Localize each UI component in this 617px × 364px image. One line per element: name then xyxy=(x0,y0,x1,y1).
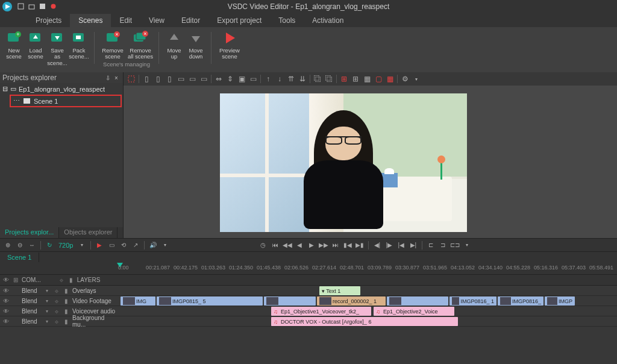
visibility-icon[interactable]: 👁 xyxy=(2,318,10,325)
dist-h-icon[interactable]: ⇔ xyxy=(213,74,224,84)
blend-mode[interactable]: Blend xyxy=(22,308,41,315)
chevron-down-icon[interactable]: ▾ xyxy=(43,298,51,304)
volume-drop-icon[interactable]: ▾ xyxy=(160,240,171,251)
menu-scenes[interactable]: Scenes xyxy=(70,14,111,27)
tab-projects-explorer[interactable]: Projects explor... xyxy=(0,227,59,238)
new-scene-button[interactable]: + New scene xyxy=(4,30,24,66)
visibility-icon[interactable]: 👁 xyxy=(2,308,10,315)
track-body[interactable]: ♫DOCTOR VOX - Outcast [Argofox]_ 6 xyxy=(118,316,617,326)
play-range-icon[interactable]: ▭ xyxy=(106,240,117,251)
menu-edit[interactable]: Edit xyxy=(111,14,140,27)
track-body[interactable]: IMGIMGP0815_ 5record_000002_ 1IMGP0816_ … xyxy=(118,296,617,306)
zoom-out-icon[interactable]: ⊖ xyxy=(14,240,25,251)
open-icon[interactable] xyxy=(28,3,35,10)
mark-in-icon[interactable]: ▮◀ xyxy=(342,240,353,251)
track-body[interactable]: ♫Ep1_Objective1_Voiceover_tk2_♫Ep1_Objec… xyxy=(118,306,617,316)
resize-w-icon[interactable]: ▭ xyxy=(248,74,258,84)
mark-out-icon[interactable]: ▶▮ xyxy=(354,240,365,251)
snap-drop-icon[interactable]: ▾ xyxy=(462,240,472,251)
dropdown-icon[interactable]: ▾ xyxy=(77,240,87,251)
timeline-clip[interactable]: IMGP xyxy=(545,297,575,306)
video-preview[interactable] xyxy=(220,93,467,232)
bar-icon[interactable]: ▮ xyxy=(63,308,70,315)
resolution-label[interactable]: 720p xyxy=(56,242,75,249)
align-middle-icon[interactable]: ▭ xyxy=(187,74,198,84)
close-icon[interactable]: × xyxy=(112,74,121,82)
goto-end-icon[interactable]: ⏭ xyxy=(330,240,341,251)
loop-icon[interactable]: ⟲ xyxy=(118,240,129,251)
menu-view[interactable]: View xyxy=(140,14,173,27)
step-back-icon[interactable]: ◀ xyxy=(294,240,305,251)
arrow-dd-icon[interactable]: ⇊ xyxy=(297,74,308,84)
next-frame-icon[interactable]: ▶▶ xyxy=(318,240,329,251)
pack-scene-button[interactable]: Pack scene... xyxy=(69,30,89,66)
tool-select-icon[interactable] xyxy=(126,74,137,84)
scene-tab-1[interactable]: Scene 1 xyxy=(0,253,39,262)
arrow-uu-icon[interactable]: ⇈ xyxy=(286,74,296,84)
chevron-down-icon[interactable]: ▾ xyxy=(43,319,51,324)
track-header[interactable]: 👁 Blend▾⟐▮Overlays xyxy=(0,286,118,295)
grid-3-icon[interactable]: ▦ xyxy=(362,74,372,84)
align-bottom-icon[interactable]: ▭ xyxy=(198,74,209,84)
next-clip-icon[interactable]: ▶| xyxy=(408,240,419,251)
record-icon[interactable] xyxy=(49,3,57,10)
copy-icon[interactable]: ⿻ xyxy=(312,74,323,84)
cut-right-icon[interactable]: |▶ xyxy=(384,240,395,251)
grid-5-icon[interactable]: ▦ xyxy=(384,74,395,84)
move-down-button[interactable]: Move down xyxy=(186,30,206,60)
menu-editor[interactable]: Editor xyxy=(173,14,208,27)
remove-scene-button[interactable]: × Remove scene xyxy=(99,30,126,60)
grid-1-icon[interactable]: ⊞ xyxy=(339,74,349,84)
zoom-in-icon[interactable]: ⊕ xyxy=(2,240,13,251)
resize-same-icon[interactable]: ▣ xyxy=(236,74,247,84)
timeline-ruler[interactable]: 0:0000:21.08700:42.17501:03.26301:24.350… xyxy=(118,263,617,274)
visibility-icon[interactable]: 👁 xyxy=(2,287,10,294)
align-center-h-icon[interactable]: ▯ xyxy=(152,74,163,84)
waveform-icon[interactable]: ⟐ xyxy=(53,287,60,294)
align-left-icon[interactable]: ▯ xyxy=(141,74,152,84)
arrow-d-icon[interactable]: ↓ xyxy=(274,74,285,84)
snap-1-icon[interactable]: ⊏ xyxy=(425,240,436,251)
tree-scene-1[interactable]: ⋯ Scene 1 xyxy=(10,95,122,107)
export-clip-icon[interactable]: ↗ xyxy=(130,240,141,251)
timeline-clip[interactable]: ▾ Text 1 xyxy=(319,286,360,295)
cut-left-icon[interactable]: ◀| xyxy=(372,240,383,251)
snap-3-icon[interactable]: ⊏⊐ xyxy=(449,240,460,251)
save-scene-button[interactable]: Save as scene... xyxy=(47,30,67,66)
blend-mode[interactable]: Blend xyxy=(22,287,41,294)
grid-4-icon[interactable]: ▢ xyxy=(373,74,384,84)
timeline-clip[interactable]: IMGP0815_ 5 xyxy=(157,297,263,306)
timeline-clip[interactable]: IMG xyxy=(121,297,155,306)
remove-all-scenes-button[interactable]: × Remove all scenes xyxy=(127,30,154,60)
load-scene-button[interactable]: Load scene xyxy=(25,30,46,66)
tab-objects-explorer[interactable]: Objects explorer xyxy=(59,227,117,238)
bar-icon[interactable]: ▮ xyxy=(63,287,70,294)
preview-scene-button[interactable]: Preview scene xyxy=(216,30,243,60)
waveform-icon[interactable]: ⟐ xyxy=(53,308,60,315)
timeline-clip[interactable]: IMGP0816_ xyxy=(498,297,543,306)
gear-icon[interactable]: ⚙ xyxy=(399,74,410,84)
timeline-clip[interactable]: IMGP0816_ 1 xyxy=(449,297,496,306)
new-project-icon[interactable] xyxy=(17,3,24,10)
paste-icon[interactable]: ⿻ xyxy=(324,74,334,84)
timeline-clip[interactable] xyxy=(264,297,316,306)
snap-2-icon[interactable]: ⊐ xyxy=(437,240,448,251)
blend-mode[interactable]: Blend xyxy=(22,298,41,304)
menu-tools[interactable]: Tools xyxy=(270,14,304,27)
chevron-down-icon[interactable]: ▾ xyxy=(43,288,51,293)
bar-icon[interactable]: ▮ xyxy=(63,298,70,304)
timeline-clip[interactable] xyxy=(387,297,448,306)
pin-icon[interactable]: ⇩ xyxy=(104,74,112,82)
volume-icon[interactable]: 🔊 xyxy=(148,240,158,251)
align-right-icon[interactable]: ▯ xyxy=(164,74,175,84)
track-header[interactable]: 👁 Blend▾⟐▮Background mu... xyxy=(0,316,118,326)
arrow-u-icon[interactable]: ↑ xyxy=(263,74,274,84)
menu-export[interactable]: Export project xyxy=(208,14,270,27)
step-fwd-icon[interactable]: ▶ xyxy=(306,240,317,251)
eye-icon[interactable]: 👁 xyxy=(2,277,10,283)
dist-v-icon[interactable]: ⇕ xyxy=(225,74,236,84)
blend-mode[interactable]: Blend xyxy=(22,318,41,325)
timeline-clip[interactable]: record_000002_ 1 xyxy=(317,297,386,306)
visibility-icon[interactable]: 👁 xyxy=(2,298,10,304)
goto-start-icon[interactable]: ⏮ xyxy=(270,240,281,251)
